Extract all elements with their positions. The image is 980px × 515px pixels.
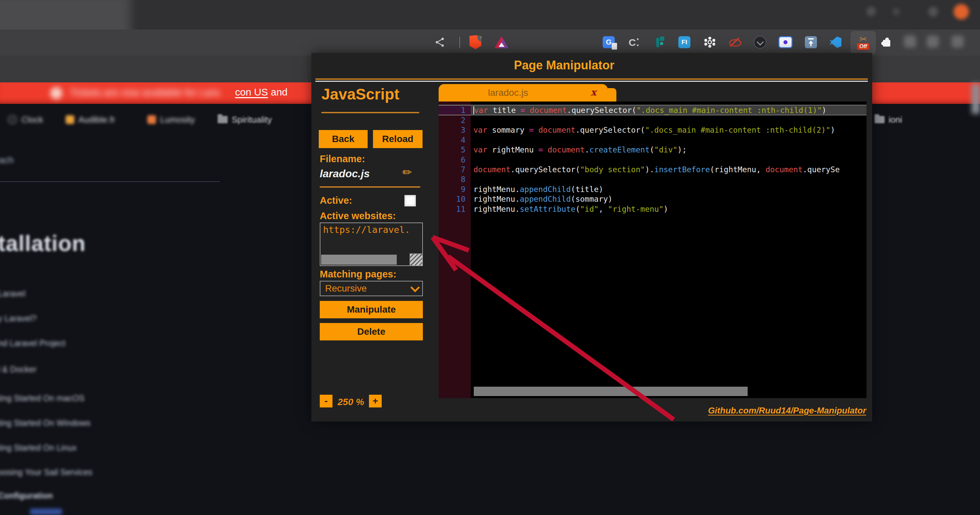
teal-pin-extension-icon[interactable] bbox=[652, 33, 667, 51]
docs-sidebar-link[interactable]: ting Started On Linux bbox=[0, 443, 77, 453]
code-line: 5var rightMenu = document.createElement(… bbox=[439, 145, 867, 155]
docs-sidebar-link[interactable]: Laravel bbox=[0, 289, 25, 298]
docs-sidebar-link[interactable]: l & Docker bbox=[0, 365, 37, 374]
textarea-resize-grip[interactable] bbox=[409, 253, 422, 265]
editor-tab-label: laradoc.js bbox=[439, 88, 578, 98]
docs-sidebar-link[interactable]: ting Started On Windows bbox=[0, 418, 91, 428]
matching-pages-value: Recursive bbox=[325, 283, 367, 294]
banner-blurred-text: Tickets are now available for Lara bbox=[70, 87, 237, 98]
edit-filename-icon[interactable]: ✏ bbox=[402, 166, 412, 179]
banner-message: con US and bbox=[235, 86, 288, 98]
screenshot-root: { "colors": { "accent_orange": "#F89B1B"… bbox=[0, 0, 980, 515]
docs-sidebar-link[interactable]: y Laravel? bbox=[0, 314, 37, 323]
colorzilla-icon[interactable]: C⁚ bbox=[627, 33, 641, 51]
blurred-control-2[interactable] bbox=[892, 8, 900, 15]
code-line: 10rightMenu.appendChild(sommary) bbox=[439, 195, 867, 204]
panel-divider bbox=[320, 186, 420, 188]
docs-sidebar-link[interactable]: oosing Your Sail Services bbox=[0, 467, 92, 477]
bottom-blue-smudge bbox=[30, 509, 62, 515]
banner-link[interactable]: con US bbox=[235, 86, 268, 97]
manipulate-button[interactable]: Manipulate bbox=[320, 301, 423, 318]
heading-underline bbox=[321, 112, 419, 113]
profile-avatar-orange[interactable] bbox=[953, 4, 969, 19]
page-scrollbar-smear[interactable] bbox=[972, 84, 980, 114]
code-editor[interactable]: 1var title = document.querySelector(".do… bbox=[439, 102, 867, 398]
page-heading-fragment: tallation bbox=[0, 231, 86, 256]
upload-extension-icon[interactable] bbox=[803, 33, 818, 51]
code-line: 3var sommary = document.querySelector(".… bbox=[439, 125, 867, 135]
active-websites-label: Active websites: bbox=[320, 210, 396, 222]
zoom-in-button[interactable]: + bbox=[369, 395, 382, 407]
chevron-down-icon bbox=[410, 283, 420, 292]
banner-bell-icon bbox=[50, 87, 62, 99]
editor-hscrollbar-thumb[interactable] bbox=[474, 387, 748, 396]
browser-toolbar: 4 G C⁚ FI ✂ Off bbox=[0, 29, 980, 56]
filename-value: laradoc.js bbox=[320, 167, 370, 180]
vscode-extension-icon[interactable] bbox=[828, 33, 843, 51]
code-line: 4 bbox=[439, 135, 867, 145]
page-divider bbox=[0, 181, 220, 182]
camera-extension-icon[interactable] bbox=[778, 33, 793, 51]
reload-button[interactable]: Reload bbox=[373, 130, 423, 148]
blurred-extension-icon-2[interactable] bbox=[927, 35, 939, 48]
molecule-extension-icon[interactable] bbox=[702, 33, 717, 51]
bookmark-item[interactable]: Audible.fr bbox=[65, 113, 115, 126]
brave-shields-icon[interactable]: 4 bbox=[468, 33, 483, 51]
bookmark-folder-ioni[interactable]: ioni bbox=[875, 113, 902, 126]
brave-rewards-icon[interactable] bbox=[494, 33, 509, 51]
blurred-control-3[interactable] bbox=[928, 7, 938, 17]
editor-tab[interactable]: laradoc.js x bbox=[439, 84, 608, 102]
clock-extension-icon[interactable] bbox=[752, 33, 767, 51]
delete-button[interactable]: Delete bbox=[320, 323, 423, 340]
back-button[interactable]: Back bbox=[319, 130, 368, 148]
google-translate-icon[interactable]: G bbox=[601, 33, 616, 51]
code-line: 9rightMenu.appendChild(title) bbox=[439, 184, 867, 194]
code-lines: 1var title = document.querySelector(".do… bbox=[439, 105, 867, 214]
zoom-out-button[interactable]: - bbox=[320, 395, 332, 407]
code-line: 7document.querySelector("body section").… bbox=[439, 164, 867, 174]
banner-suffix: and bbox=[268, 86, 287, 97]
shields-count-badge: 4 bbox=[477, 32, 487, 42]
toolbar-divider bbox=[459, 37, 460, 48]
folder-icon bbox=[875, 116, 885, 123]
tab-close-icon[interactable]: x bbox=[590, 87, 596, 98]
bookmark-item[interactable]: Spirituality bbox=[218, 113, 272, 126]
textarea-hscrollbar[interactable] bbox=[321, 255, 397, 265]
bookmark-item[interactable]: Clock bbox=[7, 113, 43, 126]
code-line: 2 bbox=[439, 115, 867, 125]
eye-off-extension-icon[interactable] bbox=[727, 33, 742, 51]
browser-top-strip bbox=[0, 0, 980, 29]
scissors-icon: ✂ bbox=[859, 35, 867, 43]
page-manipulator-extension-icon[interactable]: ✂ Off bbox=[850, 31, 876, 54]
code-line: 11rightMenu.setAttribute("id", "right-me… bbox=[439, 204, 867, 214]
github-link[interactable]: Github.com/Ruud14/Page-Manipulator bbox=[708, 405, 866, 416]
bookmark-label: ioni bbox=[889, 115, 902, 125]
docs-sidebar-link[interactable]: nd Laravel Project bbox=[0, 338, 65, 348]
extensions-puzzle-icon[interactable] bbox=[879, 33, 894, 51]
code-line: 1var title = document.querySelector(".do… bbox=[439, 105, 867, 115]
header-rule-white bbox=[315, 81, 868, 82]
header-rule-orange bbox=[315, 78, 868, 80]
bookmark-item[interactable]: Lumosity bbox=[147, 113, 195, 126]
docs-sidebar-link[interactable]: Configuration bbox=[0, 491, 53, 501]
blurred-control-1[interactable] bbox=[867, 7, 876, 16]
active-label: Active: bbox=[320, 195, 352, 206]
websites-value: https://laravel. bbox=[323, 225, 410, 235]
active-websites-textarea[interactable]: https://laravel. bbox=[320, 223, 423, 266]
blurred-extension-icon-3[interactable] bbox=[951, 35, 964, 48]
share-icon[interactable] bbox=[433, 33, 447, 51]
zoom-value: 250 % bbox=[335, 397, 367, 407]
active-checkbox[interactable] bbox=[404, 195, 416, 206]
matching-pages-select[interactable]: Recursive bbox=[320, 281, 423, 296]
script-type-heading: JavaScript bbox=[321, 85, 399, 103]
filename-label: Filename: bbox=[320, 153, 365, 164]
page-manipulator-popup: Page Manipulator JavaScript Back Reload … bbox=[311, 53, 872, 421]
docs-sidebar-link[interactable]: ting Started On macOS bbox=[0, 393, 84, 403]
popup-title: Page Manipulator bbox=[311, 58, 817, 72]
fonts-ninja-icon[interactable]: FI bbox=[677, 33, 692, 51]
search-fragment: ach bbox=[0, 155, 14, 166]
blurred-extension-icon-1[interactable] bbox=[904, 35, 916, 48]
code-line: 6 bbox=[439, 155, 867, 164]
code-line: 8 bbox=[439, 175, 867, 184]
off-badge: Off bbox=[857, 43, 870, 50]
